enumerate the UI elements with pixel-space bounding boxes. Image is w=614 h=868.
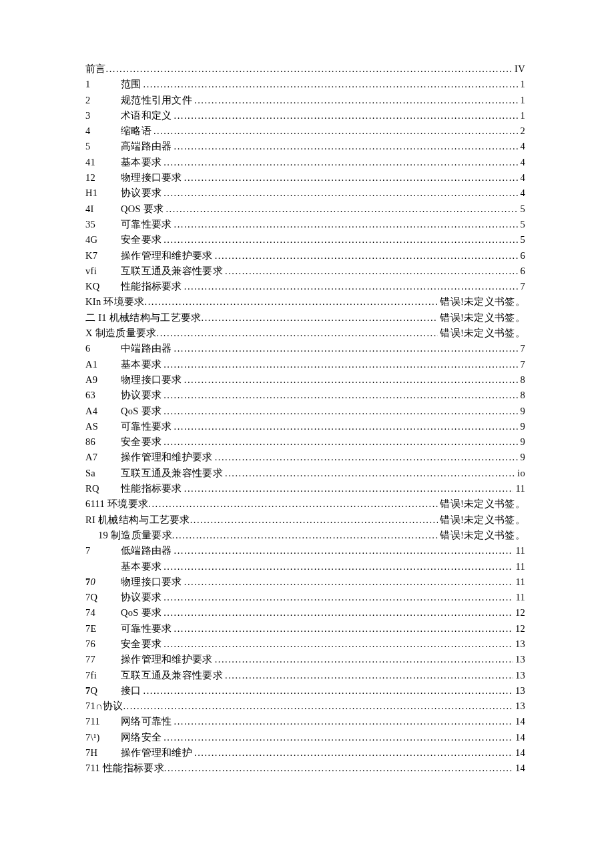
toc-page-number: 14 <box>513 745 525 761</box>
toc-page-number: 6 <box>518 264 525 279</box>
toc-page-number: 13 <box>513 699 525 714</box>
toc-page-number: 1 <box>518 77 525 92</box>
toc-row: 7fi互联互通及兼容性要求13 <box>85 668 525 683</box>
toc-number: 6 <box>85 341 121 356</box>
toc-row: 86安全要求9 <box>85 434 525 450</box>
toc-row: A9物理接口要求8 <box>85 372 525 388</box>
toc-number: 7E <box>85 621 121 636</box>
toc-row: 基本要求11 <box>85 559 525 574</box>
toc-page-number: 4 <box>518 139 525 154</box>
toc-number: 2 <box>85 93 121 108</box>
toc-page-number: 9 <box>518 404 525 419</box>
toc-leader <box>225 466 515 481</box>
toc-leader <box>164 404 518 419</box>
toc-number: A7 <box>85 450 121 465</box>
toc-title: 互联互通及兼容性要求 <box>121 668 225 683</box>
toc-title: 性能指标要求 <box>121 481 184 496</box>
toc-leader <box>143 683 513 699</box>
toc-row: 4IQOS 要求5 <box>85 201 525 217</box>
toc-page-number: 8 <box>518 388 525 403</box>
toc-title: 低端路由器 <box>121 543 174 558</box>
toc-title: QoS 要求 <box>121 605 164 620</box>
toc-leader <box>174 139 519 154</box>
toc-number: 4I <box>85 201 121 217</box>
toc-leader <box>184 170 519 185</box>
toc-row: RI 机械结构与工艺要求错误!未定义书签。 <box>85 512 525 528</box>
toc-row: 7低端路由器11 <box>85 543 525 558</box>
toc-page-number: 6 <box>518 248 525 264</box>
toc-leader <box>174 217 519 232</box>
toc-title: 物理接口要求 <box>121 372 184 388</box>
toc-row: A7操作管理和维护要求9 <box>85 450 525 465</box>
toc-leader <box>106 61 513 77</box>
toc-row: RQ性能指标要求11 <box>85 481 525 496</box>
toc-leader <box>164 590 513 605</box>
toc-row: 71∩协议13 <box>85 699 525 714</box>
toc-leader <box>166 201 518 217</box>
toc-leader <box>190 512 438 528</box>
toc-leader <box>174 621 513 636</box>
toc-row: 711 性能指标要求14 <box>85 761 525 776</box>
toc-row: A4QoS 要求9 <box>85 404 525 419</box>
toc-number: KQ <box>85 279 121 294</box>
toc-page-number: 13 <box>513 636 525 652</box>
toc-leader <box>215 652 513 667</box>
toc-row: 63协议要求8 <box>85 388 525 403</box>
toc-title: QoS 要求 <box>121 404 164 419</box>
toc-page-number: 7 <box>518 279 525 294</box>
toc-leader <box>184 372 519 388</box>
toc-row: AS可靠性要求9 <box>85 419 525 434</box>
toc-row: KQ性能指标要求7 <box>85 279 525 294</box>
toc-page-number: 11 <box>513 590 525 605</box>
toc-row: 19 制造质量要求错误!未定义书签。 <box>85 528 525 543</box>
toc-row: 35可靠性要求5 <box>85 217 525 232</box>
toc-leader <box>164 636 513 652</box>
toc-number: 7H <box>85 745 121 761</box>
toc-title: 中端路由器 <box>121 341 174 356</box>
toc-leader <box>164 761 513 776</box>
toc-row: 4缩略语2 <box>85 123 525 139</box>
toc-page-number: 5 <box>518 201 525 217</box>
toc-leader <box>157 326 438 341</box>
toc-title: 规范性引用文件 <box>121 93 194 108</box>
toc-number: 41 <box>85 155 121 170</box>
toc-page-number: 4 <box>518 155 525 170</box>
toc-leader <box>145 294 438 310</box>
toc-number: 7fi <box>85 668 121 683</box>
toc-number: 5 <box>85 139 121 154</box>
toc-leader <box>184 481 514 496</box>
toc-leader <box>194 93 518 108</box>
toc-leader <box>184 279 519 294</box>
toc-row: 41基本要求4 <box>85 155 525 170</box>
toc-page-number: 4 <box>518 185 525 201</box>
toc-page: 前言IV1范围12规范性引用文件13术语和定义14缩略语25高端路由器441基本… <box>0 0 614 868</box>
toc-number: A9 <box>85 372 121 388</box>
toc-page-number: 错误!未定义书签。 <box>438 496 525 512</box>
toc-title: 接口 <box>121 683 143 699</box>
toc-number: X 制造质量要求 <box>85 326 157 341</box>
toc-title: 基本要求 <box>121 155 164 170</box>
toc-page-number: 1 <box>518 93 525 108</box>
toc-row: 前言IV <box>85 61 525 77</box>
toc-page-number: 11 <box>513 543 525 558</box>
toc-number: vfi <box>85 264 121 279</box>
toc-number: 7Q <box>85 590 121 605</box>
toc-page-number: 9 <box>518 450 525 465</box>
toc-title: 安全要求 <box>121 232 164 248</box>
toc-title: 性能指标要求 <box>121 279 184 294</box>
toc-row: 5高端路由器4 <box>85 139 525 154</box>
toc-number: AS <box>85 419 121 434</box>
toc-page-number: 14 <box>513 761 525 776</box>
toc-title: 协议要求 <box>121 388 164 403</box>
toc-title: 术语和定义 <box>121 108 174 123</box>
toc-title: 操作管理和维护要求 <box>121 652 215 667</box>
toc-page-number: 12 <box>513 621 525 636</box>
toc-page-number: 7 <box>518 357 525 372</box>
toc-leader <box>174 419 519 434</box>
toc-leader <box>215 248 519 264</box>
toc-leader <box>225 264 518 279</box>
toc-number: A4 <box>85 404 121 419</box>
toc-page-number: 错误!未定义书签。 <box>438 310 525 326</box>
toc-row: H1协议要求4 <box>85 185 525 201</box>
toc-number: 19 制造质量要求 <box>85 528 172 543</box>
